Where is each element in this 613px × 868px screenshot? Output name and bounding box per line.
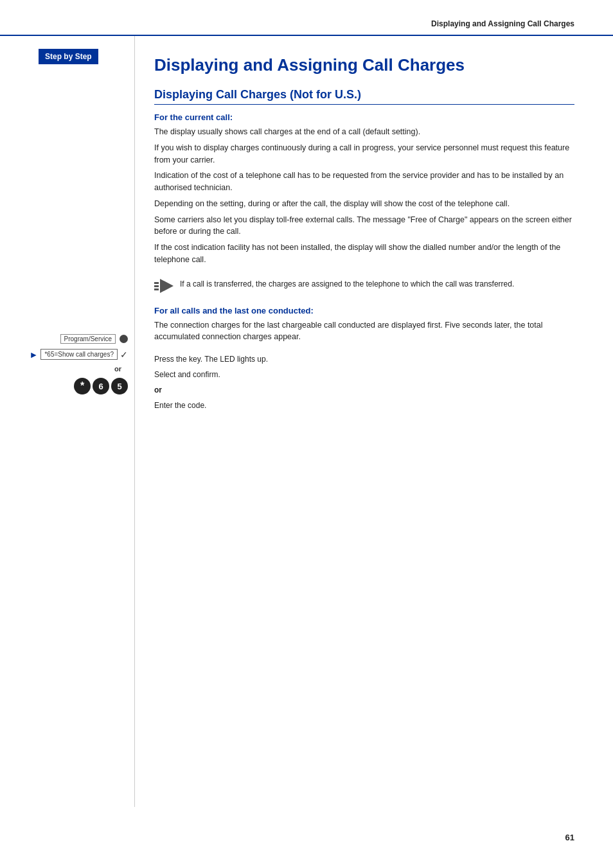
six-key-icon: 6	[93, 378, 109, 394]
body-text-all-calls: The connection charges for the last char…	[154, 319, 574, 344]
body-text-2: If you wish to display charges continuou…	[154, 142, 574, 166]
program-service-box: Program/Service	[60, 334, 116, 344]
press-key-text: Press the key. The LED lights up.	[154, 353, 574, 365]
program-service-row: Program/Service	[60, 334, 128, 344]
main-title: Displaying and Assigning Call Charges	[154, 55, 574, 75]
svg-rect-1	[154, 285, 159, 287]
press-key-row: Press the key. The LED lights up.	[154, 353, 574, 365]
body-text-3: Indication of the cost of a telephone ca…	[154, 170, 574, 194]
note-arrow-svg	[154, 279, 175, 293]
page-header-title: Displaying and Assigning Call Charges	[431, 19, 574, 28]
led-circle-icon	[120, 335, 128, 343]
note-text: If a call is transferred, the charges ar…	[180, 279, 574, 290]
select-confirm-row: Select and confirm.	[154, 369, 574, 380]
star-key-icon: *	[74, 378, 91, 394]
show-charges-row: ► *65=Show call charges? ✓	[30, 349, 128, 360]
step-by-step-box: Step by Step	[39, 49, 98, 64]
body-text-1: The display usually shows call charges a…	[154, 126, 574, 138]
main-layout: Step by Step Program/Service ► *65=Show …	[0, 36, 613, 807]
svg-marker-3	[160, 279, 173, 293]
menu-item-box: *65=Show call charges?	[40, 349, 118, 360]
select-confirm-text: Select and confirm.	[154, 369, 574, 380]
sidebar: Step by Step Program/Service ► *65=Show …	[0, 36, 135, 807]
enter-code-text: Enter the code.	[154, 400, 574, 411]
checkmark-icon: ✓	[120, 350, 128, 360]
note-box: If a call is transferred, the charges ar…	[154, 275, 574, 297]
svg-rect-2	[154, 288, 159, 290]
body-text-5: Some carriers also let you display toll-…	[154, 214, 574, 238]
note-arrow-icon	[154, 279, 175, 293]
page-number: 61	[565, 833, 574, 842]
or-label: or	[154, 384, 574, 396]
subheading-current-call: For the current call:	[154, 112, 574, 122]
arrow-right-icon: ►	[30, 350, 39, 360]
or-row: or	[154, 384, 574, 396]
five-key-icon: 5	[111, 378, 128, 394]
svg-rect-0	[154, 282, 159, 284]
enter-code-row: Enter the code.	[154, 400, 574, 411]
sidebar-procedure-area: Program/Service ► *65=Show call charges?…	[39, 334, 128, 394]
content-area: Displaying and Assigning Call Charges Di…	[135, 36, 613, 807]
body-text-6: If the cost indication facility has not …	[154, 242, 574, 266]
key-icons: * 6 5	[74, 378, 128, 394]
section1-title: Displaying Call Charges (Not for U.S.)	[154, 88, 574, 105]
subheading-all-calls: For all calls and the last one conducted…	[154, 306, 574, 315]
or-text: or	[114, 365, 121, 373]
body-text-4: Depending on the setting, during or afte…	[154, 198, 574, 210]
page-header: Displaying and Assigning Call Charges	[0, 0, 613, 36]
